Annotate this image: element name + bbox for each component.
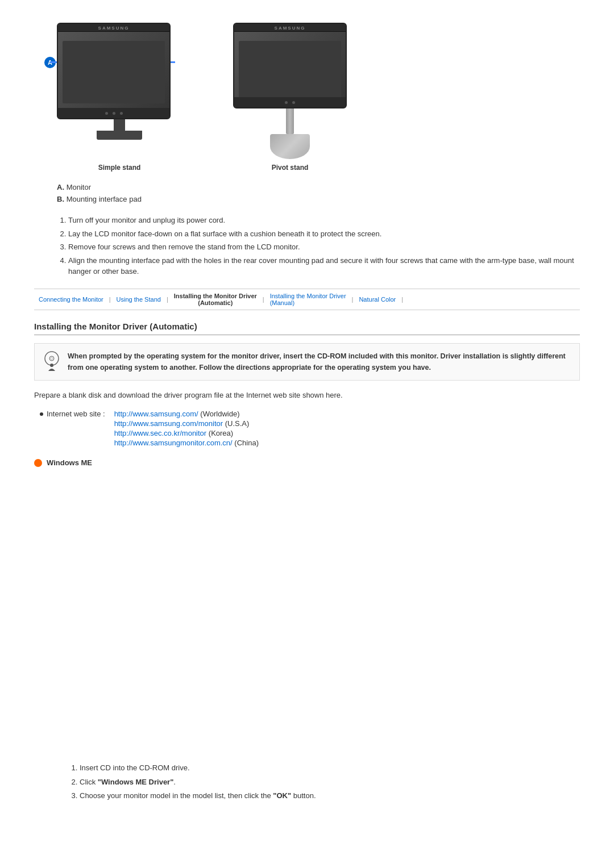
link-china-suffix: (China) xyxy=(233,439,259,447)
nav-installing-auto[interactable]: Installing the Monitor Driver(Automatic) xyxy=(169,293,262,306)
simple-monitor-body: SAMSUNG xyxy=(57,23,171,119)
instruction-2: Lay the LCD monitor face-down on a flat … xyxy=(68,228,580,240)
instructions-section: Turn off your monitor and unplug its pow… xyxy=(34,215,580,277)
pivot-dot-1 xyxy=(285,101,288,104)
monitor-brand: SAMSUNG xyxy=(98,26,130,31)
prepare-text: Prepare a blank disk and download the dr… xyxy=(34,390,580,401)
info-text: When prompted by the operating system fo… xyxy=(68,350,572,373)
label-a-line: A. Monitor xyxy=(57,183,580,191)
simple-stand-block: A SAMSUNG Simple stand xyxy=(57,23,182,172)
bottom-step-3: Choose your monitor model in the model l… xyxy=(80,790,580,802)
monitor-dot-3 xyxy=(120,112,123,115)
monitor-bottom-bar xyxy=(58,108,169,118)
nav-sep-4: | xyxy=(351,296,355,303)
internet-label: Internet web site : xyxy=(40,410,105,447)
link-worldwide-url[interactable]: http://www.samsung.com/ xyxy=(114,410,198,418)
windows-me-header: Windows ME xyxy=(34,458,580,467)
stand-base xyxy=(97,131,142,140)
info-box: When prompted by the operating system fo… xyxy=(34,343,580,381)
pivot-top-bar: SAMSUNG xyxy=(234,24,346,32)
simple-stand-drawing: A SAMSUNG xyxy=(57,23,182,159)
info-icon xyxy=(42,350,62,371)
windows-me-title: Windows ME xyxy=(47,458,92,467)
bullet-dot xyxy=(40,412,43,416)
link-usa[interactable]: http://www.samsung.com/monitor (U.S.A) xyxy=(114,419,259,428)
instruction-1: Turn off your monitor and unplug its pow… xyxy=(68,215,580,226)
link-korea-url[interactable]: http://www.sec.co.kr/monitor xyxy=(114,429,207,437)
bottom-step-1: Insert CD into the CD-ROM drive. xyxy=(80,762,580,774)
nav-connecting[interactable]: Connecting the Monitor xyxy=(34,296,108,303)
link-usa-suffix: (U.S.A) xyxy=(223,419,249,428)
mounting-text: Mounting interface pad xyxy=(67,195,142,203)
monitor-images-section: A SAMSUNG Simple stand SAMS xyxy=(34,23,580,172)
svg-point-2 xyxy=(51,357,53,360)
internet-label-text: Internet web site : xyxy=(47,410,105,418)
bottom-steps: Insert CD into the CD-ROM drive. Click "… xyxy=(34,762,580,802)
link-korea[interactable]: http://www.sec.co.kr/monitor (Korea) xyxy=(114,429,259,437)
monitor-top-bar: SAMSUNG xyxy=(58,24,169,32)
bottom-step-3-bold: "OK" xyxy=(273,791,291,800)
labels-section: A. Monitor B. Mounting interface pad xyxy=(34,183,580,203)
monitor-text: Monitor xyxy=(67,183,91,191)
pivot-screen xyxy=(239,41,341,103)
nav-sep-5: | xyxy=(400,296,404,303)
link-china[interactable]: http://www.samsungmonitor.com.cn/ (China… xyxy=(114,439,259,447)
monitor-dot-2 xyxy=(113,112,115,115)
pivot-dot-2 xyxy=(292,101,295,104)
link-korea-suffix: (Korea) xyxy=(206,429,233,437)
info-text-bold: When prompted by the operating system fo… xyxy=(68,352,566,372)
nav-using-stand[interactable]: Using the Stand xyxy=(112,296,165,303)
internet-row: Internet web site : http://www.samsung.c… xyxy=(34,410,580,447)
link-worldwide[interactable]: http://www.samsung.com/ (Worldwide) xyxy=(114,410,259,418)
pivot-stand-drawing: SAMSUNG xyxy=(227,23,352,159)
navigation-bar: Connecting the Monitor | Using the Stand… xyxy=(34,289,580,310)
label-b-line: B. Mounting interface pad xyxy=(57,195,580,203)
bottom-step-2-bold: "Windows ME Driver" xyxy=(98,778,174,786)
nav-natural-color[interactable]: Natural Color xyxy=(354,296,400,303)
bottom-steps-list: Insert CD into the CD-ROM drive. Click "… xyxy=(68,762,580,802)
nav-installing-manual[interactable]: Installing the Monitor Driver(Manual) xyxy=(265,293,351,306)
link-worldwide-suffix: (Worldwide) xyxy=(198,410,240,418)
instructions-list: Turn off your monitor and unplug its pow… xyxy=(57,215,580,277)
link-china-url[interactable]: http://www.samsungmonitor.com.cn/ xyxy=(114,439,233,447)
monitor-dot-1 xyxy=(105,112,108,115)
label-b-bold: B. xyxy=(57,195,64,203)
instruction-4: Align the mounting interface pad with th… xyxy=(68,255,580,277)
nav-sep-3: | xyxy=(262,296,265,303)
bottom-step-2: Click "Windows ME Driver". xyxy=(80,777,580,788)
label-a-bold: A. xyxy=(57,183,64,191)
windows-me-section: Windows ME xyxy=(34,458,580,467)
orange-circle-icon xyxy=(34,459,42,467)
svg-point-3 xyxy=(50,364,53,367)
nav-sep-2: | xyxy=(165,296,169,303)
monitor-screen xyxy=(63,41,165,103)
instruction-3: Remove four screws and then remove the s… xyxy=(68,241,580,253)
pivot-bottom-bar xyxy=(234,97,346,107)
pivot-base xyxy=(270,134,310,159)
nav-sep-1: | xyxy=(108,296,112,303)
pivot-stand-caption: Pivot stand xyxy=(272,164,309,172)
pivot-brand: SAMSUNG xyxy=(275,26,306,31)
section-title: Installing the Monitor Driver (Automatic… xyxy=(34,322,580,335)
links-list: http://www.samsung.com/ (Worldwide) http… xyxy=(114,410,259,447)
stand-neck xyxy=(114,119,125,131)
pivot-stand-block: SAMSUNG Pivot stand xyxy=(227,23,352,172)
simple-stand-caption: Simple stand xyxy=(98,164,141,172)
pivot-arm xyxy=(286,108,294,133)
link-usa-url[interactable]: http://www.samsung.com/monitor xyxy=(114,419,223,428)
pivot-monitor-body: SAMSUNG xyxy=(233,23,347,108)
